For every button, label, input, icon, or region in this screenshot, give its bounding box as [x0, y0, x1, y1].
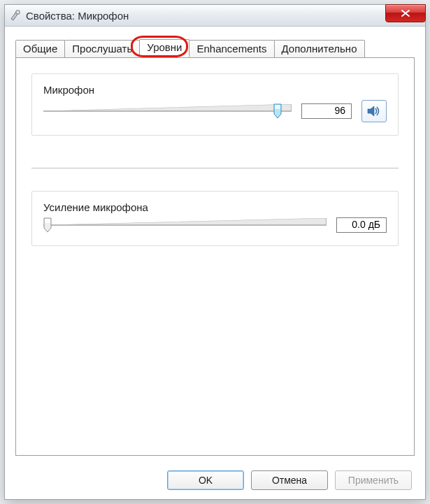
mic-level-slider[interactable] — [43, 103, 292, 119]
tab-page-levels: Микрофон — [15, 57, 415, 456]
mic-level-value[interactable]: 96 — [301, 103, 352, 119]
separator — [31, 168, 399, 168]
microphone-icon — [9, 9, 22, 22]
mic-boost-label: Усиление микрофона — [43, 201, 387, 213]
tab-enhancements[interactable]: Enhancements — [189, 40, 274, 58]
mic-boost-slider[interactable] — [43, 217, 327, 233]
titlebar[interactable]: Свойства: Микрофон — [5, 5, 425, 27]
mic-boost-thumb[interactable] — [43, 217, 52, 233]
speaker-icon — [367, 105, 381, 117]
mic-boost-value[interactable]: 0.0 дБ — [336, 217, 387, 233]
apply-button: Применить — [335, 470, 412, 490]
window-title: Свойства: Микрофон — [26, 10, 129, 22]
mic-level-label: Микрофон — [43, 84, 387, 96]
tab-listen[interactable]: Прослушать — [64, 40, 140, 58]
svg-rect-0 — [16, 10, 20, 14]
mic-boost-group: Усиление микрофона — [31, 191, 399, 246]
tab-advanced[interactable]: Дополнительно — [274, 40, 365, 58]
tab-general[interactable]: Общие — [15, 40, 65, 58]
dialog-buttons: OK Отмена Применить — [167, 470, 412, 490]
mic-mute-button[interactable] — [361, 100, 387, 122]
ok-button[interactable]: OK — [167, 470, 244, 490]
close-icon — [401, 9, 410, 17]
tab-levels[interactable]: Уровни — [139, 39, 189, 57]
tab-strip: Общие Прослушать Уровни Enhancements Доп… — [15, 39, 415, 57]
cancel-button[interactable]: Отмена — [251, 470, 328, 490]
close-button[interactable] — [385, 4, 426, 22]
mic-level-thumb[interactable] — [273, 103, 282, 119]
mic-level-group: Микрофон — [31, 73, 399, 136]
client-area: Общие Прослушать Уровни Enhancements Доп… — [6, 27, 424, 498]
